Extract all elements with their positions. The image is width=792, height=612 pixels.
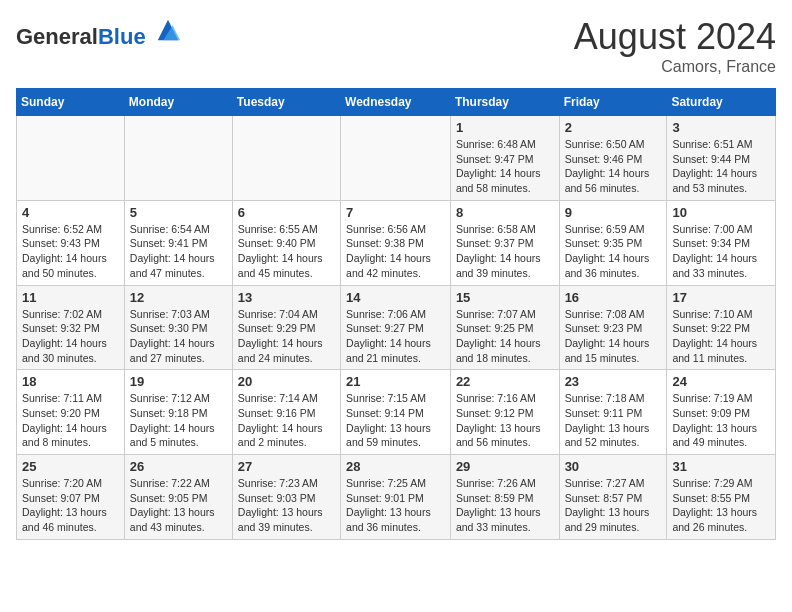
calendar-cell: 9Sunrise: 6:59 AM Sunset: 9:35 PM Daylig… — [559, 200, 667, 285]
calendar-cell — [232, 116, 340, 201]
day-number: 27 — [238, 459, 335, 474]
day-number: 24 — [672, 374, 770, 389]
day-number: 10 — [672, 205, 770, 220]
day-number: 17 — [672, 290, 770, 305]
page-header: GeneralBlue August 2024 Camors, France — [16, 16, 776, 76]
day-number: 30 — [565, 459, 662, 474]
day-info: Sunrise: 7:04 AM Sunset: 9:29 PM Dayligh… — [238, 307, 335, 366]
calendar-week-row: 11Sunrise: 7:02 AM Sunset: 9:32 PM Dayli… — [17, 285, 776, 370]
logo-icon — [154, 16, 182, 44]
day-number: 18 — [22, 374, 119, 389]
calendar-header-row: SundayMondayTuesdayWednesdayThursdayFrid… — [17, 89, 776, 116]
day-number: 7 — [346, 205, 445, 220]
calendar-day-header: Sunday — [17, 89, 125, 116]
calendar-cell: 16Sunrise: 7:08 AM Sunset: 9:23 PM Dayli… — [559, 285, 667, 370]
day-number: 9 — [565, 205, 662, 220]
day-number: 25 — [22, 459, 119, 474]
day-info: Sunrise: 7:00 AM Sunset: 9:34 PM Dayligh… — [672, 222, 770, 281]
calendar-day-header: Monday — [124, 89, 232, 116]
calendar-cell: 18Sunrise: 7:11 AM Sunset: 9:20 PM Dayli… — [17, 370, 125, 455]
day-info: Sunrise: 7:03 AM Sunset: 9:30 PM Dayligh… — [130, 307, 227, 366]
calendar-cell: 27Sunrise: 7:23 AM Sunset: 9:03 PM Dayli… — [232, 455, 340, 540]
logo: GeneralBlue — [16, 16, 182, 49]
calendar-cell: 5Sunrise: 6:54 AM Sunset: 9:41 PM Daylig… — [124, 200, 232, 285]
day-info: Sunrise: 7:18 AM Sunset: 9:11 PM Dayligh… — [565, 391, 662, 450]
day-info: Sunrise: 6:55 AM Sunset: 9:40 PM Dayligh… — [238, 222, 335, 281]
day-info: Sunrise: 6:52 AM Sunset: 9:43 PM Dayligh… — [22, 222, 119, 281]
day-number: 1 — [456, 120, 554, 135]
calendar-cell: 28Sunrise: 7:25 AM Sunset: 9:01 PM Dayli… — [341, 455, 451, 540]
calendar-cell: 24Sunrise: 7:19 AM Sunset: 9:09 PM Dayli… — [667, 370, 776, 455]
calendar-cell: 26Sunrise: 7:22 AM Sunset: 9:05 PM Dayli… — [124, 455, 232, 540]
day-number: 6 — [238, 205, 335, 220]
day-info: Sunrise: 7:16 AM Sunset: 9:12 PM Dayligh… — [456, 391, 554, 450]
calendar-cell: 12Sunrise: 7:03 AM Sunset: 9:30 PM Dayli… — [124, 285, 232, 370]
location-text: Camors, France — [574, 58, 776, 76]
calendar-cell — [341, 116, 451, 201]
calendar-cell: 21Sunrise: 7:15 AM Sunset: 9:14 PM Dayli… — [341, 370, 451, 455]
day-info: Sunrise: 7:15 AM Sunset: 9:14 PM Dayligh… — [346, 391, 445, 450]
day-info: Sunrise: 7:08 AM Sunset: 9:23 PM Dayligh… — [565, 307, 662, 366]
calendar-day-header: Wednesday — [341, 89, 451, 116]
day-info: Sunrise: 7:07 AM Sunset: 9:25 PM Dayligh… — [456, 307, 554, 366]
day-number: 4 — [22, 205, 119, 220]
day-info: Sunrise: 7:22 AM Sunset: 9:05 PM Dayligh… — [130, 476, 227, 535]
day-info: Sunrise: 6:48 AM Sunset: 9:47 PM Dayligh… — [456, 137, 554, 196]
day-number: 26 — [130, 459, 227, 474]
day-number: 13 — [238, 290, 335, 305]
calendar-week-row: 25Sunrise: 7:20 AM Sunset: 9:07 PM Dayli… — [17, 455, 776, 540]
calendar-table: SundayMondayTuesdayWednesdayThursdayFrid… — [16, 88, 776, 540]
calendar-cell: 8Sunrise: 6:58 AM Sunset: 9:37 PM Daylig… — [450, 200, 559, 285]
logo-general-text: General — [16, 24, 98, 49]
day-number: 16 — [565, 290, 662, 305]
calendar-day-header: Saturday — [667, 89, 776, 116]
calendar-cell: 10Sunrise: 7:00 AM Sunset: 9:34 PM Dayli… — [667, 200, 776, 285]
calendar-cell: 6Sunrise: 6:55 AM Sunset: 9:40 PM Daylig… — [232, 200, 340, 285]
day-number: 11 — [22, 290, 119, 305]
day-info: Sunrise: 6:56 AM Sunset: 9:38 PM Dayligh… — [346, 222, 445, 281]
calendar-week-row: 1Sunrise: 6:48 AM Sunset: 9:47 PM Daylig… — [17, 116, 776, 201]
calendar-day-header: Thursday — [450, 89, 559, 116]
day-info: Sunrise: 7:12 AM Sunset: 9:18 PM Dayligh… — [130, 391, 227, 450]
calendar-cell: 13Sunrise: 7:04 AM Sunset: 9:29 PM Dayli… — [232, 285, 340, 370]
day-number: 31 — [672, 459, 770, 474]
day-info: Sunrise: 6:51 AM Sunset: 9:44 PM Dayligh… — [672, 137, 770, 196]
calendar-day-header: Friday — [559, 89, 667, 116]
day-info: Sunrise: 7:27 AM Sunset: 8:57 PM Dayligh… — [565, 476, 662, 535]
day-info: Sunrise: 7:11 AM Sunset: 9:20 PM Dayligh… — [22, 391, 119, 450]
day-number: 21 — [346, 374, 445, 389]
day-number: 20 — [238, 374, 335, 389]
day-number: 22 — [456, 374, 554, 389]
calendar-cell: 14Sunrise: 7:06 AM Sunset: 9:27 PM Dayli… — [341, 285, 451, 370]
calendar-cell: 22Sunrise: 7:16 AM Sunset: 9:12 PM Dayli… — [450, 370, 559, 455]
calendar-cell: 30Sunrise: 7:27 AM Sunset: 8:57 PM Dayli… — [559, 455, 667, 540]
calendar-cell: 15Sunrise: 7:07 AM Sunset: 9:25 PM Dayli… — [450, 285, 559, 370]
calendar-cell: 17Sunrise: 7:10 AM Sunset: 9:22 PM Dayli… — [667, 285, 776, 370]
calendar-cell: 25Sunrise: 7:20 AM Sunset: 9:07 PM Dayli… — [17, 455, 125, 540]
day-info: Sunrise: 7:23 AM Sunset: 9:03 PM Dayligh… — [238, 476, 335, 535]
day-info: Sunrise: 7:19 AM Sunset: 9:09 PM Dayligh… — [672, 391, 770, 450]
day-number: 28 — [346, 459, 445, 474]
calendar-cell — [17, 116, 125, 201]
day-info: Sunrise: 7:06 AM Sunset: 9:27 PM Dayligh… — [346, 307, 445, 366]
day-info: Sunrise: 7:02 AM Sunset: 9:32 PM Dayligh… — [22, 307, 119, 366]
calendar-cell: 19Sunrise: 7:12 AM Sunset: 9:18 PM Dayli… — [124, 370, 232, 455]
title-block: August 2024 Camors, France — [574, 16, 776, 76]
calendar-cell: 1Sunrise: 6:48 AM Sunset: 9:47 PM Daylig… — [450, 116, 559, 201]
day-info: Sunrise: 6:58 AM Sunset: 9:37 PM Dayligh… — [456, 222, 554, 281]
calendar-cell: 11Sunrise: 7:02 AM Sunset: 9:32 PM Dayli… — [17, 285, 125, 370]
day-info: Sunrise: 6:54 AM Sunset: 9:41 PM Dayligh… — [130, 222, 227, 281]
day-number: 3 — [672, 120, 770, 135]
day-number: 2 — [565, 120, 662, 135]
calendar-cell: 29Sunrise: 7:26 AM Sunset: 8:59 PM Dayli… — [450, 455, 559, 540]
day-info: Sunrise: 7:10 AM Sunset: 9:22 PM Dayligh… — [672, 307, 770, 366]
day-info: Sunrise: 7:14 AM Sunset: 9:16 PM Dayligh… — [238, 391, 335, 450]
calendar-cell: 3Sunrise: 6:51 AM Sunset: 9:44 PM Daylig… — [667, 116, 776, 201]
day-number: 8 — [456, 205, 554, 220]
calendar-cell: 7Sunrise: 6:56 AM Sunset: 9:38 PM Daylig… — [341, 200, 451, 285]
calendar-week-row: 18Sunrise: 7:11 AM Sunset: 9:20 PM Dayli… — [17, 370, 776, 455]
day-number: 29 — [456, 459, 554, 474]
calendar-week-row: 4Sunrise: 6:52 AM Sunset: 9:43 PM Daylig… — [17, 200, 776, 285]
day-info: Sunrise: 7:29 AM Sunset: 8:55 PM Dayligh… — [672, 476, 770, 535]
day-number: 15 — [456, 290, 554, 305]
